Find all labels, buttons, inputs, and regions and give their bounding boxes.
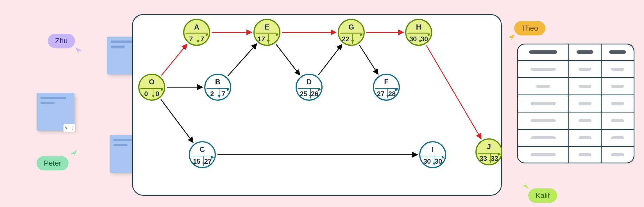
node-E[interactable]: E17 (253, 19, 280, 46)
cursor-kalif (522, 182, 529, 190)
node-lf: 26 (308, 90, 321, 98)
user-name: Theo (521, 24, 538, 32)
table-header-row (518, 44, 634, 60)
svg-marker-1 (71, 150, 77, 157)
node-es: 17 (255, 35, 268, 43)
node-lf: 33 (488, 155, 501, 163)
node-lf: 27 (201, 158, 215, 165)
node-O[interactable]: O00 (138, 74, 165, 101)
node-lf: 30 (432, 158, 445, 165)
svg-marker-12 (276, 33, 279, 36)
node-label: D (297, 78, 321, 86)
user-name: Peter (44, 159, 61, 167)
svg-marker-0 (75, 47, 81, 54)
table-row (518, 95, 634, 112)
node-A[interactable]: A77 (183, 19, 210, 46)
node-label: A (184, 23, 209, 32)
node-label: I (420, 145, 445, 154)
node-lf: 7 (217, 90, 230, 98)
sticky-note[interactable]: ✎ ⋮ (37, 93, 74, 131)
table-row (518, 60, 634, 78)
table-row (518, 78, 634, 95)
node-label: H (406, 23, 431, 32)
user-tag-theo: Theo (514, 21, 545, 35)
node-lf: 7 (196, 35, 209, 43)
node-label: J (477, 142, 501, 151)
user-tag-peter: Peter (37, 156, 69, 170)
user-name: Kalif (536, 191, 550, 200)
table-row (518, 112, 634, 129)
node-lf: 0 (151, 90, 164, 98)
node-label: B (205, 78, 230, 86)
edit-icon[interactable]: ✎ (65, 126, 68, 130)
node-label: E (255, 23, 279, 32)
user-tag-zhu: Zhu (48, 34, 75, 48)
node-G[interactable]: G22 (338, 19, 365, 46)
svg-marker-2 (509, 34, 515, 41)
node-label: G (339, 23, 364, 32)
user-name: Zhu (55, 37, 68, 45)
node-D[interactable]: D2526 (296, 74, 323, 101)
node-C[interactable]: C1527 (189, 141, 216, 168)
table (518, 44, 634, 163)
node-lf: 30 (418, 35, 431, 43)
cursor-peter (70, 150, 78, 158)
node-label: O (139, 78, 164, 86)
data-table (517, 44, 634, 163)
user-tag-kalif: Kalif (528, 188, 557, 203)
cursor-theo (508, 34, 515, 42)
sticky-controls[interactable]: ✎ ⋮ (63, 124, 76, 132)
node-B[interactable]: B27 (204, 74, 231, 101)
svg-marker-3 (523, 182, 529, 189)
node-H[interactable]: H3030 (405, 19, 432, 46)
cursor-zhu (75, 47, 83, 55)
node-es: 22 (339, 35, 352, 43)
node-lf: 28 (385, 90, 399, 98)
node-F[interactable]: F2728 (373, 74, 400, 101)
node-I[interactable]: I3030 (419, 141, 446, 168)
more-icon[interactable]: ⋮ (70, 126, 74, 130)
table-row (518, 147, 634, 163)
svg-marker-16 (360, 33, 363, 36)
node-J[interactable]: J3333 (475, 138, 502, 165)
table-row (518, 129, 634, 147)
node-label: C (190, 145, 215, 154)
node-label: F (374, 78, 399, 86)
